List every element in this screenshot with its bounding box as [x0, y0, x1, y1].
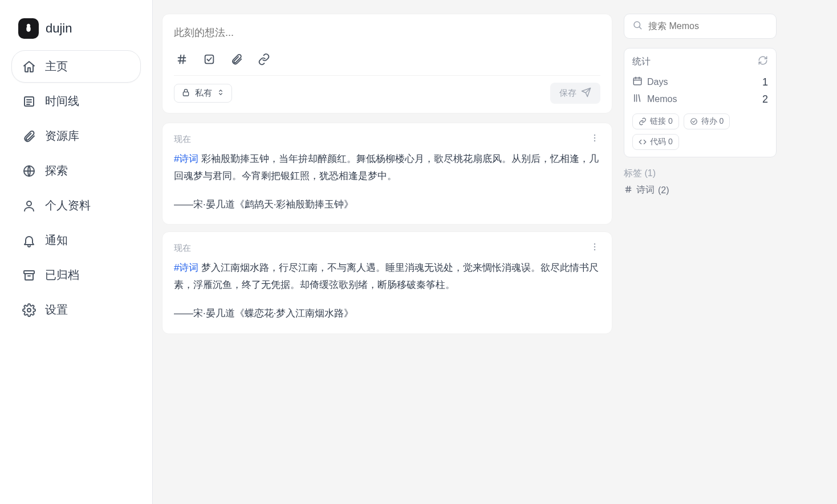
- save-button[interactable]: 保存: [550, 83, 600, 104]
- right-column: 统计 Days 1: [624, 14, 777, 490]
- timeline-icon: [22, 95, 36, 108]
- nav-label: 已归档: [45, 267, 79, 283]
- composer-toolbar: [174, 47, 600, 76]
- center-column: 私有 保存 现在: [162, 14, 612, 490]
- paperclip-icon: [22, 129, 36, 143]
- svg-rect-23: [633, 78, 641, 85]
- memo-source: ——宋·晏几道《蝶恋花·梦入江南烟水路》: [174, 305, 600, 322]
- memo-hashtag[interactable]: #诗词: [174, 153, 198, 164]
- memo-more-button[interactable]: [589, 241, 600, 255]
- nav-label: 主页: [45, 59, 68, 74]
- globe-icon: [22, 164, 36, 178]
- hashtag-tool[interactable]: [174, 51, 190, 67]
- nav-profile[interactable]: 个人资料: [11, 189, 141, 222]
- memo-card: 现在 #诗词 梦入江南烟水路，行尽江南，不与离人遇。睡里消魂无说处，觉来惆怅消魂…: [162, 231, 612, 334]
- svg-point-17: [594, 140, 596, 142]
- svg-line-11: [180, 55, 181, 64]
- settings-icon: [22, 303, 36, 317]
- brand-name: dujin: [46, 21, 72, 36]
- tags-title: 标签 (1): [624, 168, 777, 180]
- chevron-updown-icon: [217, 88, 225, 98]
- nav-label: 资源库: [45, 128, 79, 144]
- stats-title: 统计: [632, 56, 651, 68]
- search-box[interactable]: [624, 14, 777, 39]
- app-logo: [18, 18, 39, 39]
- nav-settings[interactable]: 设置: [11, 294, 141, 326]
- chip-label: 链接 0: [650, 116, 673, 127]
- memo-card: 现在 #诗词 彩袖殷勤捧玉钟，当年拚却醉颜红。舞低杨柳楼心月，歌尽桃花扇底风。从…: [162, 123, 612, 225]
- calendar-icon: [632, 76, 643, 88]
- memo-hashtag[interactable]: #诗词: [174, 262, 198, 273]
- svg-point-20: [594, 249, 596, 251]
- memo-composer: 私有 保存: [162, 14, 612, 113]
- search-input[interactable]: [648, 21, 768, 31]
- svg-point-16: [594, 137, 596, 139]
- memo-more-button[interactable]: [589, 132, 600, 146]
- home-icon: [22, 60, 36, 74]
- chip-label: 代码 0: [650, 137, 673, 147]
- bell-icon: [22, 234, 36, 247]
- stats-panel: 统计 Days 1: [624, 48, 777, 157]
- svg-line-12: [183, 55, 184, 64]
- memo-content: #诗词 梦入江南烟水路，行尽江南，不与离人遇。睡里消魂无说处，觉来惆怅消魂误。欲…: [174, 259, 600, 322]
- search-icon: [632, 20, 643, 32]
- svg-rect-14: [183, 92, 188, 96]
- svg-point-18: [594, 243, 596, 245]
- refresh-icon[interactable]: [758, 55, 768, 68]
- chip-label: 待办 0: [701, 116, 724, 127]
- nav-archived[interactable]: 已归档: [11, 259, 141, 291]
- code-chip[interactable]: 代码 0: [632, 134, 679, 150]
- composer-input[interactable]: [174, 23, 600, 47]
- svg-line-29: [639, 95, 640, 101]
- tag-count: (2): [658, 185, 669, 196]
- memo-source: ——宋·晏几道《鹧鸪天·彩袖殷勤捧玉钟》: [174, 196, 600, 213]
- stats-days-row: Days 1: [632, 74, 768, 91]
- nav-timeline[interactable]: 时间线: [11, 85, 141, 117]
- nav-label: 通知: [45, 233, 68, 248]
- nav-label: 探索: [45, 163, 68, 178]
- visibility-label: 私有: [195, 88, 212, 99]
- nav-resources[interactable]: 资源库: [11, 120, 141, 152]
- nav-label: 时间线: [45, 94, 79, 109]
- lock-icon: [181, 88, 190, 99]
- svg-rect-6: [24, 271, 34, 274]
- stats-memos-row: Memos 2: [632, 91, 768, 108]
- links-chip[interactable]: 链接 0: [632, 113, 679, 129]
- memo-timestamp: 现在: [174, 134, 191, 145]
- stats-memos-label: Memos: [647, 94, 677, 104]
- nav-notifications[interactable]: 通知: [11, 224, 141, 257]
- attachment-tool[interactable]: [229, 51, 245, 67]
- user-icon: [22, 199, 36, 213]
- sidebar: dujin 主页 时间线 资源库 探索: [0, 0, 153, 504]
- svg-point-8: [27, 308, 31, 312]
- svg-point-5: [27, 201, 31, 206]
- visibility-selector[interactable]: 私有: [174, 84, 232, 103]
- memo-content: #诗词 彩袖殷勤捧玉钟，当年拚却醉颜红。舞低杨柳楼心月，歌尽桃花扇底风。从别后，…: [174, 151, 600, 213]
- stats-memos-value: 2: [762, 94, 768, 105]
- link-tool[interactable]: [256, 51, 272, 67]
- save-label: 保存: [559, 88, 576, 99]
- nav-home[interactable]: 主页: [11, 50, 141, 83]
- memo-text: 梦入江南烟水路，行尽江南，不与离人遇。睡里消魂无说处，觉来惆怅消魂误。欲尽此情书…: [174, 262, 599, 290]
- checkbox-tool[interactable]: [201, 51, 217, 67]
- send-icon: [581, 87, 591, 99]
- nav-explore[interactable]: 探索: [11, 155, 141, 187]
- tag-name: 诗词: [636, 184, 655, 196]
- stats-days-value: 1: [762, 76, 768, 88]
- svg-line-22: [639, 27, 641, 29]
- svg-point-19: [594, 246, 596, 248]
- tag-item[interactable]: 诗词(2): [624, 184, 777, 196]
- memo-timestamp: 现在: [174, 243, 191, 254]
- tags-section: 标签 (1) 诗词(2): [624, 168, 777, 196]
- svg-point-15: [594, 135, 596, 136]
- svg-point-30: [690, 119, 697, 125]
- main: 私有 保存 现在: [153, 0, 837, 504]
- memo-text: 彩袖殷勤捧玉钟，当年拚却醉颜红。舞低杨柳楼心月，歌尽桃花扇底风。从别后，忆相逢，…: [174, 153, 599, 181]
- hash-icon: [624, 185, 633, 196]
- svg-rect-13: [205, 55, 214, 64]
- svg-line-34: [629, 186, 629, 192]
- todos-chip[interactable]: 待办 0: [684, 113, 730, 129]
- library-icon: [632, 93, 643, 105]
- svg-line-33: [627, 186, 627, 192]
- brand[interactable]: dujin: [11, 14, 141, 50]
